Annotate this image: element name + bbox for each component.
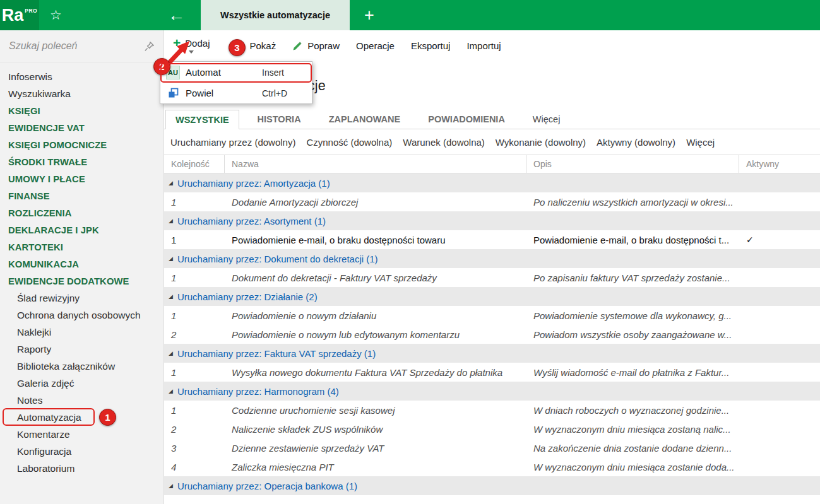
sidebar-item-konfiguracja[interactable]: Konfiguracja (0, 443, 163, 460)
cell-desc: W wyznaczonym dniu miesiąca zostanie dod… (526, 462, 739, 472)
collapse-triangle-icon[interactable]: ◢ (169, 483, 173, 489)
group-row[interactable]: ◢ Uruchamiany przez: Faktura VAT sprzeda… (164, 344, 820, 363)
menu-item-automat-shortcut: Insert (262, 67, 306, 78)
edit-button[interactable]: Popraw (284, 30, 348, 61)
collapse-triangle-icon[interactable]: ◢ (169, 294, 173, 300)
search-input[interactable] (9, 40, 139, 52)
sidebar-item-laboratorium[interactable]: Laboratorium (0, 460, 163, 477)
cell-order: 1 (164, 197, 225, 208)
sidebar-item-ewidencje-vat[interactable]: EWIDENCJE VAT (0, 119, 163, 136)
group-row[interactable]: ◢ Uruchamiany przez: Asortyment (1) (164, 211, 820, 230)
collapse-triangle-icon[interactable]: ◢ (169, 389, 173, 394)
sidebar-item-naklejki[interactable]: Naklejki (0, 324, 163, 341)
cell-name: Powiadomienie o nowym lub edytowanym kom… (225, 329, 526, 340)
column-header-nazwa[interactable]: Nazwa (225, 155, 526, 173)
collapse-triangle-icon[interactable]: ◢ (169, 180, 173, 186)
document-tab[interactable]: Wszystkie automatyzacje (201, 0, 350, 30)
magnifier-icon (234, 41, 244, 51)
table-row[interactable]: 1 Wysyłka nowego dokumentu Faktura VAT S… (164, 363, 820, 382)
group-row[interactable]: ◢ Uruchamiany przez: Harmonogram (4) (164, 382, 820, 401)
sidebar-item-deklaracje-i-jpk[interactable]: DEKLARACJE I JPK (0, 221, 163, 238)
collapse-triangle-icon[interactable]: ◢ (169, 218, 173, 224)
back-arrow-icon[interactable]: ← (168, 0, 185, 30)
sidebar-item-infoserwis[interactable]: Infoserwis (0, 68, 163, 85)
menu-item-powiel-shortcut: Ctrl+D (262, 88, 306, 98)
sidebar-item-rozliczenia[interactable]: ROZLICZENIA (0, 204, 163, 221)
sidebar-item-galeria-zdjec[interactable]: Galeria zdjęć (0, 375, 163, 392)
export-button[interactable]: Eksportuj (403, 30, 459, 61)
import-button[interactable]: Importuj (458, 30, 509, 61)
sidebar-item-komentarze[interactable]: Komentarze (0, 426, 163, 443)
import-button-label: Importuj (466, 40, 501, 51)
column-header-kolejnosc[interactable]: Kolejność (164, 155, 225, 173)
sidebar-item-ewidencje-dodatkowe[interactable]: EWIDENCJE DODATKOWE (0, 273, 163, 290)
new-tab-plus-icon[interactable]: + (357, 0, 381, 30)
filter-warunek[interactable]: Warunek (dowolna) (403, 137, 485, 148)
sidebar-item-kartoteki[interactable]: KARTOTEKI (0, 238, 163, 255)
sidebar-item-biblioteka-zalacznikow[interactable]: Biblioteka załączników (0, 358, 163, 375)
menu-item-automat[interactable]: AU Automat Insert (160, 62, 312, 83)
table-row[interactable]: 1 Powiadomienie e-mail, o braku dostępno… (164, 230, 820, 249)
filter-aktywny[interactable]: Aktywny (dowolny) (597, 137, 675, 148)
show-button[interactable]: Pokaż (226, 30, 284, 61)
sidebar-item-notes[interactable]: Notes (0, 392, 163, 409)
sidebar-item-srodki-trwale[interactable]: ŚRODKI TRWAŁE (0, 153, 163, 170)
tab-wszystkie[interactable]: WSZYSTKIE (165, 110, 239, 129)
pin-icon[interactable] (144, 41, 155, 52)
sidebar-item-wyszukiwarka[interactable]: Wyszukiwarka (0, 85, 163, 102)
group-row[interactable]: ◢ Uruchamiany przez: Amortyzacja (1) (164, 173, 820, 192)
table-row[interactable]: 3 Dzienne zestawienie sprzedaży VAT Na z… (164, 438, 820, 457)
filter-czynnosc[interactable]: Czynność (dowolna) (306, 137, 392, 148)
filter-wykonanie[interactable]: Wykonanie (dowolny) (496, 137, 586, 148)
cell-name: Wysyłka nowego dokumentu Faktura VAT Spr… (225, 367, 526, 378)
tab-zaplanowane[interactable]: ZAPLANOWANE (319, 110, 410, 129)
sidebar-item-komunikacja[interactable]: KOMUNIKACJA (0, 255, 163, 273)
filter-uruchamiany-przez[interactable]: Uruchamiany przez (dowolny) (170, 137, 295, 148)
favorites-star-icon[interactable]: ☆ (50, 0, 62, 30)
column-header-aktywny[interactable]: Aktywny (739, 155, 820, 173)
operations-button[interactable]: Operacje (348, 30, 403, 61)
app-logo[interactable]: Ra PRO (0, 0, 39, 30)
group-row[interactable]: ◢ Uruchamiany przez: Dokument do dekreta… (164, 249, 820, 268)
tab-historia[interactable]: HISTORIA (248, 110, 311, 129)
plus-icon: + (173, 38, 181, 49)
column-header-opis[interactable]: Opis (526, 155, 739, 173)
table-row[interactable]: 2 Powiadomienie o nowym lub edytowanym k… (164, 325, 820, 344)
collapse-triangle-icon[interactable]: ◢ (169, 256, 173, 262)
group-label: Uruchamiany przez: Asortyment (1) (177, 216, 326, 226)
table-row[interactable]: 4 Zaliczka miesięczna PIT W wyznaczonym … (164, 457, 820, 476)
cell-name: Dzienne zestawienie sprzedaży VAT (225, 443, 526, 454)
menu-item-powiel[interactable]: Powiel Ctrl+D (160, 83, 312, 103)
tab-powiadomienia[interactable]: POWIADOMIENIA (419, 110, 514, 129)
sidebar-item-finanse[interactable]: FINANSE (0, 187, 163, 204)
table-row[interactable]: 1 Dodanie Amortyzacji zbiorczej Po nalic… (164, 192, 820, 211)
cell-order: 1 (164, 273, 225, 283)
sidebar-item-umowy-i-place[interactable]: UMOWY I PŁACE (0, 170, 163, 187)
table-row[interactable]: 1 Dokument do dekretacji - Faktury VAT s… (164, 268, 820, 287)
logo-text: Ra (2, 7, 24, 24)
table-row[interactable]: 2 Naliczenie składek ZUS wspólników W wy… (164, 419, 820, 438)
table-row[interactable]: 1 Codzienne uruchomienie sesji kasowej W… (164, 401, 820, 419)
table-row[interactable]: 1 Powiadomienie o nowym działaniu Powiad… (164, 306, 820, 325)
edit-button-label: Popraw (307, 40, 340, 51)
app-window: Ra PRO ☆ ← Wszystkie automatyzacje + Inf… (0, 0, 820, 504)
export-button-label: Eksportuj (411, 40, 451, 51)
operations-button-label: Operacje (356, 40, 395, 51)
tab-wiecej[interactable]: Więcej (523, 110, 570, 129)
sidebar-item-raporty[interactable]: Raporty (0, 341, 163, 358)
cell-desc: Po zapisaniu faktury VAT sprzedaży zosta… (526, 273, 739, 283)
filter-wiecej[interactable]: Więcej (686, 137, 715, 148)
cell-desc: Po naliczeniu wszystkich amortyzacji w o… (526, 197, 739, 208)
collapse-triangle-icon[interactable]: ◢ (169, 351, 173, 356)
table-header: Kolejność Nazwa Opis Aktywny (164, 155, 820, 173)
group-row[interactable]: ◢ Uruchamiany przez: Operacja bankowa (1… (164, 476, 820, 495)
sidebar-item-ksiegi-pomocnicze[interactable]: KSIĘGI POMOCNICZE (0, 136, 163, 153)
add-button[interactable]: + Dodaj (165, 30, 217, 61)
sidebar-item-ochrona-danych-osobowych[interactable]: Ochrona danych osobowych (0, 307, 163, 324)
sidebar-item-automatyzacja[interactable]: Automatyzacja (0, 409, 163, 426)
sidebar-item-slad-rewizyjny[interactable]: Ślad rewizyjny (0, 290, 163, 307)
sidebar-item-ksiegi[interactable]: KSIĘGI (0, 102, 163, 119)
group-row[interactable]: ◢ Uruchamiany przez: Działanie (2) (164, 287, 820, 306)
cell-order: 1 (164, 235, 225, 245)
cell-desc: W dniach roboczych o wyznaczonej godzini… (526, 405, 739, 416)
